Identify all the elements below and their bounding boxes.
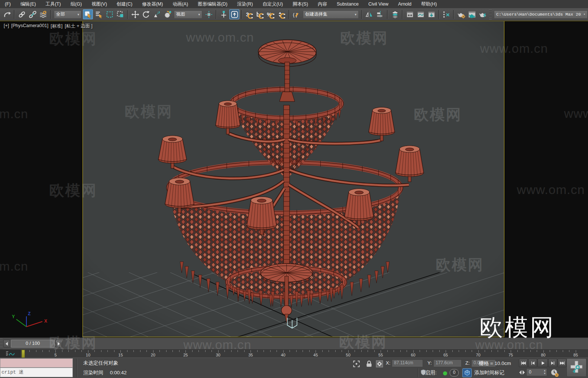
x-coord-field[interactable]: 87.114cm xyxy=(392,359,423,366)
ruler-tick xyxy=(517,350,518,352)
viewport-menu-plus[interactable]: [+] xyxy=(4,23,9,29)
maxscript-listener-pink[interactable] xyxy=(0,358,73,368)
select-and-place-button[interactable] xyxy=(162,9,172,19)
align-button[interactable] xyxy=(375,9,385,19)
menu-item-14[interactable]: Substance xyxy=(332,0,364,8)
menu-item-10[interactable]: 渲染(R) xyxy=(232,0,258,8)
y-coord-field[interactable]: 177.6cm xyxy=(433,359,462,366)
reference-coordinate-dropdown[interactable]: 视图▾ xyxy=(174,10,202,19)
named-selection-set-dropdown[interactable]: 创建选择集▾ xyxy=(303,10,359,19)
keyboard-shortcut-override-toggle[interactable] xyxy=(229,9,239,19)
region-icon xyxy=(106,10,114,19)
layers-icon xyxy=(391,10,399,19)
scene-explorer-button[interactable] xyxy=(441,9,451,19)
menu-item-5[interactable]: 视图(V) xyxy=(87,0,112,8)
edit-named-selection-sets-button[interactable]: { } xyxy=(291,9,301,19)
add-time-tag-label[interactable]: 添加时间标记 xyxy=(474,369,504,376)
menu-item-8[interactable]: 动画(A) xyxy=(168,0,193,8)
select-by-name-button[interactable] xyxy=(94,9,104,19)
ruler-tick xyxy=(446,350,446,353)
selection-lock-icon[interactable] xyxy=(365,360,373,368)
ruler-tick xyxy=(94,350,95,352)
frame-ruler[interactable]: 0510152025303540455055606570758085 xyxy=(21,350,588,358)
previous-frame-button[interactable] xyxy=(528,359,537,367)
go-to-start-button[interactable] xyxy=(519,359,528,367)
select-and-link-button[interactable] xyxy=(17,9,27,19)
divider xyxy=(77,359,77,377)
select-and-move-button[interactable] xyxy=(130,9,140,19)
select-and-scale-button[interactable] xyxy=(152,9,162,19)
ruler-tick xyxy=(62,350,62,352)
ruler-tick xyxy=(537,350,537,352)
menu-item-12[interactable]: 脚本(S) xyxy=(288,0,313,8)
menu-item-11[interactable]: 自定义(U) xyxy=(258,0,288,8)
rectangular-selection-region-button[interactable] xyxy=(104,9,114,19)
menu-item-1[interactable]: (F) xyxy=(0,0,16,8)
window-crossing-toggle[interactable] xyxy=(115,9,125,19)
time-slider-handle[interactable]: 0 / 100 xyxy=(11,340,55,348)
play-button[interactable] xyxy=(537,359,548,367)
track-bar[interactable]: 0510152025303540455055606570758085 xyxy=(0,349,588,358)
spinner-snap-toggle[interactable] xyxy=(277,9,287,19)
time-configuration-icon[interactable] xyxy=(550,368,559,377)
redo-button[interactable] xyxy=(2,9,12,19)
maxscript-listener-input[interactable]: cript 迷 xyxy=(0,368,73,377)
viewport-camera-label[interactable]: [PhysCamera001] xyxy=(11,23,48,29)
menu-item-9[interactable]: 图形编辑器(D) xyxy=(193,0,232,8)
go-to-end-button[interactable] xyxy=(558,359,566,367)
menu-item-16[interactable]: Arnold xyxy=(393,0,416,8)
isolate-selection-icon[interactable] xyxy=(352,360,361,368)
time-slider-position[interactable] xyxy=(22,350,25,358)
render-setup-button[interactable] xyxy=(456,9,466,19)
menu-item-6[interactable]: 创建(C) xyxy=(112,0,137,8)
spinner-arrows[interactable]: ▲▼ xyxy=(543,369,546,375)
snap-toggle-3d[interactable]: 3 xyxy=(244,9,254,19)
render-production-button[interactable] xyxy=(478,9,488,19)
ruler-tick xyxy=(511,350,511,353)
time-slider-row[interactable]: 0 / 100 xyxy=(0,337,588,349)
ruler-tick xyxy=(277,350,277,352)
select-and-rotate-button[interactable] xyxy=(141,9,151,19)
layer-manager-button[interactable] xyxy=(390,9,400,19)
absolute-mode-icon[interactable] xyxy=(375,360,384,368)
next-frame-button[interactable] xyxy=(548,359,557,367)
menu-item-15[interactable]: Civil View xyxy=(364,0,393,8)
selection-filter-dropdown[interactable]: 全部▾ xyxy=(54,10,81,19)
count-badge[interactable]: 0 xyxy=(450,369,459,377)
menu-item-3[interactable]: 工具(T) xyxy=(41,0,66,8)
set-key-button[interactable] xyxy=(566,358,587,377)
time-tag-cube-icon[interactable] xyxy=(462,368,472,377)
menu-item-2[interactable]: 编辑(E) xyxy=(16,0,41,8)
angle-snap-toggle[interactable] xyxy=(255,9,265,19)
use-pivot-center-button[interactable] xyxy=(204,9,214,19)
previous-frame-arrow[interactable] xyxy=(3,340,10,348)
menu-item-7[interactable]: 修改器(M) xyxy=(137,0,168,8)
rendered-frame-window-button[interactable] xyxy=(467,9,477,19)
menu-item-4[interactable]: 组(G) xyxy=(66,0,87,8)
unlink-selection-button[interactable] xyxy=(28,9,38,19)
curve-editor-button[interactable] xyxy=(416,9,426,19)
z-coord-label: Z: xyxy=(465,360,470,366)
bind-to-space-warp-button[interactable] xyxy=(38,9,48,19)
project-folder-dropdown[interactable]: C:\Users\Han\Documents\3ds Max 2022▾ xyxy=(494,10,588,19)
schematic-view-button[interactable] xyxy=(426,9,436,19)
percent-snap-toggle[interactable]: % xyxy=(266,9,276,19)
toolbar-separator xyxy=(361,10,362,19)
ruler-tick xyxy=(101,350,101,352)
toggle-ribbon-button[interactable] xyxy=(405,9,415,19)
select-and-manipulate-button[interactable] xyxy=(219,9,229,19)
viewport-standard-label[interactable]: [标准] xyxy=(51,23,62,29)
menu-item-17[interactable]: 帮助(H) xyxy=(416,0,442,8)
menu-item-13[interactable]: 内容 xyxy=(313,0,332,8)
viewport-shading-label[interactable]: [粘土 + 边面 ] xyxy=(65,23,93,29)
viewport[interactable]: [+] [PhysCamera001] [标准] [粘土 + 边面 ] xyxy=(0,21,588,337)
mirror-button[interactable] xyxy=(364,9,374,19)
ruler-tick xyxy=(530,350,531,352)
current-frame-field[interactable]: 0 ▲▼ xyxy=(526,368,547,376)
select-object-button[interactable] xyxy=(83,9,93,19)
ruler-tick xyxy=(407,350,407,352)
kbd-icon xyxy=(230,10,239,19)
frame-step-arrows[interactable] xyxy=(519,370,525,375)
mini-curve-editor-button[interactable] xyxy=(0,350,21,358)
next-frame-arrow[interactable] xyxy=(55,340,62,348)
